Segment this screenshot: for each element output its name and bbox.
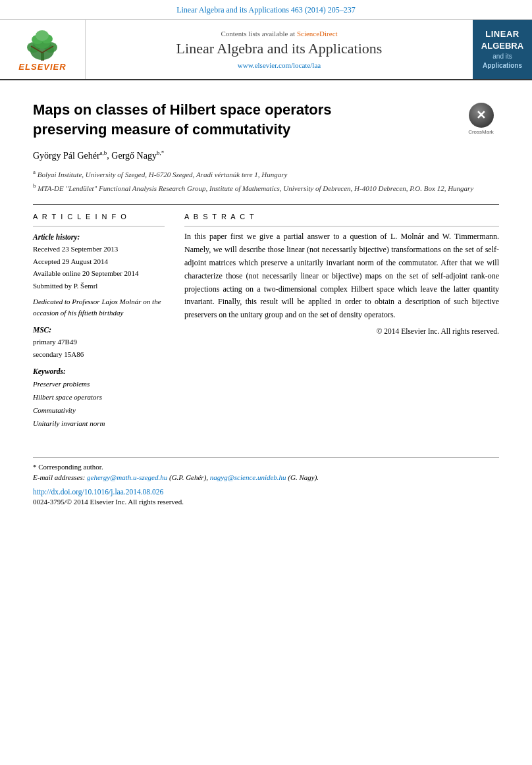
elsevier-logo-block: ELSEVIER [0,20,86,79]
brand-applications: Applications [481,61,523,70]
email-line: E-mail addresses: gehergy@math.u-szeged.… [33,473,499,481]
elsevier-wordmark: ELSEVIER [18,62,66,72]
email2-author: (G. Nagy). [288,473,319,481]
crossmark-x-icon: ✕ [476,109,486,121]
sciencedirect-link[interactable]: ScienceDirect [297,30,338,38]
article-footer: * Corresponding author. E-mail addresses… [33,457,499,506]
abstract-divider [184,226,499,226]
sciencedirect-label: Contents lists available at [221,30,295,38]
msc-secondary: secondary 15A86 [33,349,165,360]
affiliation-1: a Bolyai Institute, University of Szeged… [33,168,499,180]
keyword-2: Hilbert space operators [33,391,165,404]
two-col-layout: A R T I C L E I N F O Article history: R… [33,213,499,430]
affil1-sup: a [33,169,36,175]
dedicated-text: Dedicated to Professor Lajos Molnár on t… [33,296,165,318]
available-date: Available online 20 September 2014 [33,268,165,279]
keyword-1: Preserver problems [33,378,165,391]
accepted-date: Accepted 29 August 2014 [33,256,165,267]
affil2-text: MTA-DE "Lendület" Functional Analysis Re… [38,184,473,192]
affiliation-2: b MTA-DE "Lendület" Functional Analysis … [33,182,499,194]
affil1-text: Bolyai Institute, University of Szeged, … [38,171,288,178]
abstract-heading: A B S T R A C T [184,213,499,221]
author1-sup: a,b [100,149,107,156]
abstract-text: In this paper first we give a partial an… [184,230,499,322]
submitted-by: Submitted by P. Šemrl [33,280,165,292]
citation-text: Linear Algebra and its Applications 463 … [176,5,356,14]
svg-point-7 [36,30,49,41]
article-info-column: A R T I C L E I N F O Article history: R… [33,213,165,430]
brand-algebra: ALGEBRA [481,40,523,52]
affiliations-block: a Bolyai Institute, University of Szeged… [33,168,499,194]
crossmark-circle-icon: ✕ [469,103,494,128]
keyword-4: Unitarily invariant norm [33,417,165,431]
crossmark-label: CrossMark [468,129,494,135]
journal-brand-box: LINEAR ALGEBRA and its Applications [473,20,532,79]
left-col-divider-1 [33,226,165,226]
elsevier-tree-icon [18,28,67,62]
email1[interactable]: gehergy@math.u-szeged.hu [87,473,167,481]
brand-and-its: and its [481,52,523,61]
issn-line: 0024-3795/© 2014 Elsevier Inc. All right… [33,498,499,506]
citation-bar: Linear Algebra and its Applications 463 … [0,0,532,20]
keyword-3: Commutativity [33,404,165,417]
email-label: E-mail addresses: [33,473,85,481]
sciencedirect-line: Contents lists available at ScienceDirec… [221,30,337,38]
journal-name-header: Linear Algebra and its Applications [176,40,383,57]
copyright-line: © 2014 Elsevier Inc. All rights reserved… [184,327,499,335]
section-divider-top [33,204,499,205]
author1-name: György Pál Gehér [33,151,100,161]
msc-label: MSC: [33,326,165,334]
email2[interactable]: nagyg@science.unideb.hu [210,473,286,481]
received-date: Received 23 September 2013 [33,244,165,255]
affil2-sup: b [33,182,36,189]
article-info-heading: A R T I C L E I N F O [33,213,165,221]
main-content: Maps on classes of Hilbert space operato… [0,80,532,519]
corresponding-note: * Corresponding author. [33,463,499,471]
msc-primary: primary 47B49 [33,336,165,348]
authors-line: György Pál Gehéra,b, Gergő Nagyb,* [33,149,499,161]
doi-link[interactable]: http://dx.doi.org/10.1016/j.laa.2014.08.… [33,488,499,496]
journal-url: www.elsevier.com/locate/laa [238,61,321,69]
crossmark-block: ✕ CrossMark [463,100,499,135]
brand-linear: LINEAR [481,28,523,40]
journal-center-block: Contents lists available at ScienceDirec… [86,20,473,79]
author2-sup: b,* [157,149,164,156]
title-line2: preserving measure of commutativity [33,121,290,138]
abstract-column: A B S T R A C T In this paper first we g… [184,213,499,430]
brand-box-text: LINEAR ALGEBRA and its Applications [481,28,523,70]
author2-separator: , Gergő Nagy [107,151,157,161]
article-history-label: Article history: [33,233,165,241]
journal-header: ELSEVIER Contents lists available at Sci… [0,20,532,80]
article-title: Maps on classes of Hilbert space operato… [33,100,450,139]
title-line1: Maps on classes of Hilbert space operato… [33,101,332,118]
email1-author: (G.P. Gehér), [169,473,208,481]
keywords-list: Preserver problems Hilbert space operato… [33,378,165,430]
keywords-label: Keywords: [33,367,165,375]
title-section: Maps on classes of Hilbert space operato… [33,93,499,139]
